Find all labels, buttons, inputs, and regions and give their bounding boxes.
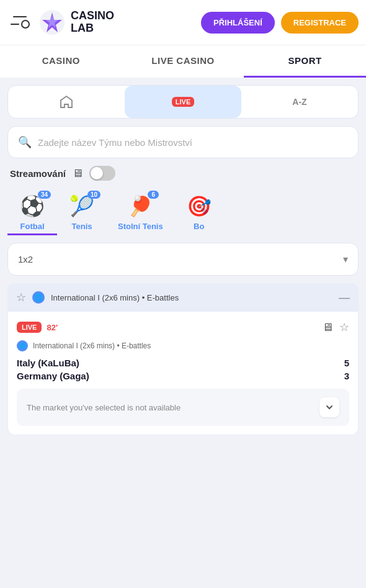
- sport-label-tenis: Tenis: [72, 222, 92, 231]
- sport-item-fotbal[interactable]: ⚽ 34 Fotbal: [7, 189, 57, 235]
- bocce-icon: 🎯: [187, 195, 212, 217]
- match-league-name: International I (2x6 mins) • E-battles: [33, 341, 151, 350]
- team2-name: Germany (Gaga): [17, 371, 89, 381]
- table-tennis-icon: 🏓: [128, 195, 153, 217]
- team1-score: 5: [344, 358, 349, 368]
- search-container: 🔍 Zadejte název Týmu nebo Mistrovství: [7, 126, 359, 158]
- logo-area: CASINO LAB: [38, 9, 195, 36]
- team2-score: 3: [344, 371, 349, 381]
- search-circle-icon: [21, 20, 30, 29]
- globe-icon: 🌐: [32, 291, 45, 304]
- logo-line1: CASINO: [71, 9, 114, 22]
- match-header-left: LIVE 82': [17, 322, 58, 333]
- sport-icon-wrapper-tenis: 🎾 10: [69, 194, 94, 218]
- login-button[interactable]: PŘIHLÁŠENÍ: [201, 12, 275, 34]
- streaming-toggle[interactable]: [89, 166, 115, 181]
- logo-line2: LAB: [71, 22, 94, 34]
- sport-label-fotbal: Fotbal: [20, 222, 45, 231]
- sport-label-bo: Bo: [194, 222, 204, 231]
- menu-bar-1: [13, 16, 27, 17]
- search-icon: 🔍: [18, 135, 32, 149]
- home-icon: [59, 94, 74, 109]
- az-label: A-Z: [292, 97, 306, 107]
- matches-container: ☆ 🌐 International I (2x6 mins) • E-battl…: [7, 283, 359, 435]
- match-time: 82': [47, 323, 58, 332]
- market-value: 1x2: [18, 254, 33, 265]
- logo-icon: [38, 9, 66, 36]
- filter-tab-live[interactable]: LIVE: [125, 86, 241, 118]
- monitor-icon: 🖥: [72, 167, 83, 180]
- team-row-2: Germany (Gaga) 3: [17, 371, 349, 381]
- sport-badge-fotbal: 34: [38, 191, 51, 199]
- sport-badge-stolni-tenis: 6: [148, 191, 159, 199]
- unavailable-text: The market you've selected is not availa…: [27, 403, 181, 412]
- sport-badge-tenis: 10: [87, 191, 100, 199]
- expand-button[interactable]: [319, 397, 339, 417]
- sport-item-bo[interactable]: 🎯 Bo: [174, 189, 224, 235]
- match-header: LIVE 82' 🖥 ☆: [17, 320, 349, 334]
- filter-tab-az[interactable]: A-Z: [241, 86, 358, 118]
- sport-icon-wrapper-bo: 🎯: [187, 194, 212, 218]
- sport-icon-wrapper-stolni-tenis: 🏓 6: [128, 194, 153, 218]
- nav-casino[interactable]: CASINO: [0, 45, 122, 78]
- nav-bar: CASINO LIVE CASINO SPORT: [0, 45, 366, 78]
- streaming-bar: Streamování 🖥: [7, 166, 359, 181]
- live-badge: LIVE: [172, 97, 194, 107]
- toggle-knob: [91, 167, 103, 179]
- sport-item-tenis[interactable]: 🎾 10 Tenis: [57, 189, 107, 235]
- filter-tab-home[interactable]: [8, 86, 125, 118]
- market-unavailable-row: The market you've selected is not availa…: [17, 389, 349, 426]
- header: CASINO LAB PŘIHLÁŠENÍ REGISTRACE: [0, 0, 366, 45]
- menu-bar-2: [11, 24, 19, 25]
- filter-tabs: LIVE A-Z: [7, 85, 359, 119]
- sport-icon-wrapper-fotbal: ⚽ 34: [20, 194, 45, 218]
- match-star-icon[interactable]: ☆: [339, 320, 349, 334]
- league-name: International I (2x6 mins) • E-battles: [51, 293, 333, 302]
- live-tag: LIVE: [17, 322, 42, 333]
- menu-button[interactable]: [7, 10, 32, 35]
- league-row: ☆ 🌐 International I (2x6 mins) • E-battl…: [7, 283, 359, 312]
- nav-sport[interactable]: SPORT: [244, 45, 366, 78]
- search-input[interactable]: Zadejte název Týmu nebo Mistrovství: [38, 137, 192, 148]
- sports-scroll: ⚽ 34 Fotbal 🎾 10 Tenis 🏓 6 Stolní Tenis …: [7, 189, 359, 235]
- match-header-right: 🖥 ☆: [322, 320, 349, 334]
- match-globe-icon: 🌐: [17, 340, 28, 351]
- nav-live-casino[interactable]: LIVE CASINO: [122, 45, 244, 78]
- teams-scores: Italy (KaLuBa) 5 Germany (Gaga) 3: [17, 358, 349, 381]
- menu-search-row: [11, 20, 30, 29]
- chevron-down-icon: [324, 402, 334, 412]
- register-button[interactable]: REGISTRACE: [281, 12, 359, 34]
- market-select[interactable]: 1x2 ▾: [18, 243, 348, 275]
- streaming-label: Streamování: [10, 168, 66, 179]
- market-container: 1x2 ▾: [7, 243, 359, 276]
- match-card: LIVE 82' 🖥 ☆ 🌐 International I (2x6 mins…: [7, 312, 359, 435]
- team-row-1: Italy (KaLuBa) 5: [17, 358, 349, 368]
- collapse-icon[interactable]: —: [339, 291, 350, 304]
- team1-name: Italy (KaLuBa): [17, 358, 79, 368]
- logo-text: CASINO LAB: [71, 10, 114, 35]
- monitor-stream-icon[interactable]: 🖥: [322, 321, 333, 334]
- sport-item-stolni-tenis[interactable]: 🏓 6 Stolní Tenis: [107, 189, 174, 235]
- chevron-down-icon: ▾: [343, 253, 348, 265]
- match-league-row: 🌐 International I (2x6 mins) • E-battles: [17, 340, 349, 351]
- league-star-icon[interactable]: ☆: [16, 291, 26, 304]
- sport-label-stolni-tenis: Stolní Tenis: [118, 222, 163, 231]
